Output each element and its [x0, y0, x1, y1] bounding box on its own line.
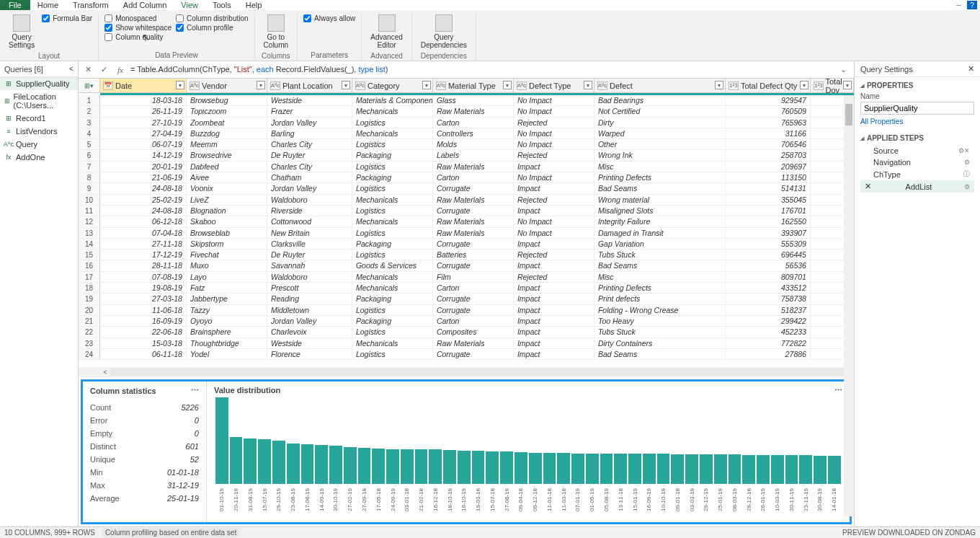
table-cell[interactable]: Misc [594, 272, 726, 282]
applied-step[interactable]: ✕AddList⚙ [860, 180, 974, 193]
menu-transform[interactable]: Transform [66, 0, 116, 10]
table-cell[interactable]: Corrugate [433, 349, 514, 359]
table-cell[interactable]: Composites [433, 327, 514, 337]
table-cell[interactable]: 21-06-19 [100, 172, 187, 182]
row-number[interactable]: 6 [79, 150, 100, 160]
table-cell[interactable]: Too Heavy [594, 316, 726, 326]
chart-bar[interactable]: 16-09-19 [643, 454, 656, 511]
column-type-icon[interactable]: Aᴮc [436, 81, 446, 90]
query-dependencies-button[interactable]: Query Dependencies [418, 13, 470, 50]
query-item[interactable]: AᴮcQuery [0, 138, 78, 151]
table-cell[interactable]: 26-11-19 [100, 106, 187, 116]
menu-tools[interactable]: Tools [205, 0, 239, 10]
table-cell[interactable]: Mechanicals [352, 128, 433, 138]
table-cell[interactable]: 27-04-19 [100, 128, 187, 138]
table-cell[interactable]: 19-08-19 [100, 283, 187, 293]
row-number[interactable]: 15 [79, 250, 100, 260]
value-distribution-menu-icon[interactable]: ⋯ [834, 386, 842, 395]
table-cell[interactable]: Mechanicals [352, 272, 433, 282]
table-cell[interactable]: Fivechat [187, 250, 267, 260]
table-row[interactable]: 2011-06-18TazzyMiddletownLogisticsCorrug… [79, 305, 854, 316]
table-cell[interactable]: Zoombeat [187, 118, 267, 128]
table-cell[interactable]: No Impact [514, 216, 594, 226]
table-cell[interactable]: Dirty [594, 118, 726, 128]
row-number[interactable]: 1 [79, 95, 100, 105]
chart-bar[interactable]: 01-05-19 [586, 454, 599, 511]
table-cell[interactable]: Printing Defects [594, 172, 726, 182]
table-cell[interactable]: No Impact [514, 228, 594, 238]
table-cell[interactable]: 355045 [726, 195, 811, 205]
row-number[interactable]: 23 [79, 338, 100, 348]
chart-bar[interactable]: 23-11-19 [799, 455, 812, 511]
formula-cancel-icon[interactable]: ✕ [83, 64, 94, 76]
table-cell[interactable]: Corrugate [433, 239, 514, 249]
table-cell[interactable]: Rejected [514, 250, 594, 260]
table-cell[interactable]: Savannah [267, 260, 352, 270]
row-number[interactable]: 11 [79, 206, 100, 216]
table-cell[interactable]: Batteries [433, 250, 514, 260]
column-filter-icon[interactable]: ▼ [584, 81, 592, 89]
row-number[interactable]: 3 [79, 118, 100, 128]
table-cell[interactable]: 176701 [726, 206, 811, 216]
status-profiling-basis[interactable]: Column profiling based on entire data se… [102, 528, 239, 537]
table-row[interactable]: 2406-11-18YodelFlorenceLogisticsCorrugat… [79, 349, 854, 360]
chart-bar[interactable]: 29-10-19 [272, 441, 285, 511]
table-row[interactable]: 1927-03-18JabbertypeReadingPackagingCorr… [79, 294, 854, 304]
table-cell[interactable]: Browsebug [187, 95, 267, 105]
chart-bar[interactable]: 26-01-19 [757, 455, 770, 511]
properties-section-title[interactable]: PROPERTIES [860, 81, 974, 89]
row-number[interactable]: 2 [79, 106, 100, 116]
table-cell[interactable]: Impact [514, 305, 594, 315]
table-row[interactable]: 614-12-19BrowsedriveDe RuyterPackagingLa… [79, 150, 854, 161]
menu-view[interactable]: View [174, 0, 205, 10]
chart-bar[interactable]: 09-04-18 [514, 452, 527, 511]
table-row[interactable]: 1707-08-19LayoWaldoboroMechanicalsFilmRe… [79, 272, 854, 283]
chart-bar[interactable]: 16-10-19 [458, 451, 471, 511]
table-cell[interactable]: Jordan Valley [267, 118, 352, 128]
table-cell[interactable]: Skaboo [187, 216, 267, 226]
table-cell[interactable]: Charlevoix [267, 327, 352, 337]
table-cell[interactable]: Layo [187, 272, 267, 282]
table-cell[interactable]: Thoughtbridge [187, 338, 267, 348]
table-cell[interactable]: 162550 [726, 216, 811, 226]
table-row[interactable]: 1025-02-19LiveZWaldoboroMechanicalsRaw M… [79, 195, 854, 206]
table-cell[interactable]: De Ruyter [267, 150, 352, 160]
table-cell[interactable]: 24-08-18 [100, 206, 187, 216]
table-cell[interactable]: Reading [267, 294, 352, 304]
table-cell[interactable]: Buzzdog [187, 128, 267, 138]
applied-step[interactable]: Navigation⚙ [860, 156, 974, 168]
table-cell[interactable]: Rejected [514, 150, 594, 160]
row-number[interactable]: 13 [79, 228, 100, 238]
chart-bar[interactable]: 27-09-18 [358, 448, 371, 511]
chart-bar[interactable]: 09-01-18 [671, 454, 684, 511]
row-number[interactable]: 9 [79, 183, 100, 193]
table-cell[interactable]: Impact [514, 349, 594, 359]
table-cell[interactable]: Materials & Components [352, 95, 433, 105]
column-quality-checkbox[interactable]: Column quality [104, 33, 172, 41]
table-cell[interactable]: Wrong material [594, 195, 726, 205]
formula-expand-icon[interactable]: ⌄ [838, 64, 850, 76]
column-header[interactable]: AᴮcDefect Type▼ [514, 79, 594, 92]
column-type-icon[interactable]: 📅 [103, 81, 113, 90]
table-cell[interactable]: Logistics [352, 349, 433, 359]
table-cell[interactable]: 06-12-18 [100, 216, 187, 226]
chart-bar[interactable]: 24-09-19 [386, 449, 399, 511]
step-gear-icon[interactable]: ⚙ [964, 159, 970, 166]
table-cell[interactable]: Cottonwood [267, 216, 352, 226]
table-cell[interactable]: 809701 [726, 272, 811, 282]
table-cell[interactable]: 28-11-18 [100, 260, 187, 270]
column-filter-icon[interactable]: ▼ [715, 81, 723, 89]
table-cell[interactable]: 27886 [726, 349, 811, 359]
table-cell[interactable]: Wrong Ink [594, 150, 726, 160]
table-cell[interactable]: Barling [267, 128, 352, 138]
chart-bar[interactable]: 30-10-19 [329, 446, 342, 511]
table-cell[interactable]: Raw Materials [433, 338, 514, 348]
table-cell[interactable]: Rejected [514, 118, 594, 128]
column-profile-checkbox[interactable]: Column profile [176, 24, 249, 32]
table-cell[interactable]: No Impact [514, 139, 594, 149]
table-cell[interactable]: Gap Variation [594, 239, 726, 249]
table-cell[interactable]: 11-06-18 [100, 305, 187, 315]
table-cell[interactable]: No Impact [514, 172, 594, 182]
chart-bar[interactable]: 25-01-19 [714, 454, 727, 511]
table-cell[interactable]: Skipstorm [187, 239, 267, 249]
